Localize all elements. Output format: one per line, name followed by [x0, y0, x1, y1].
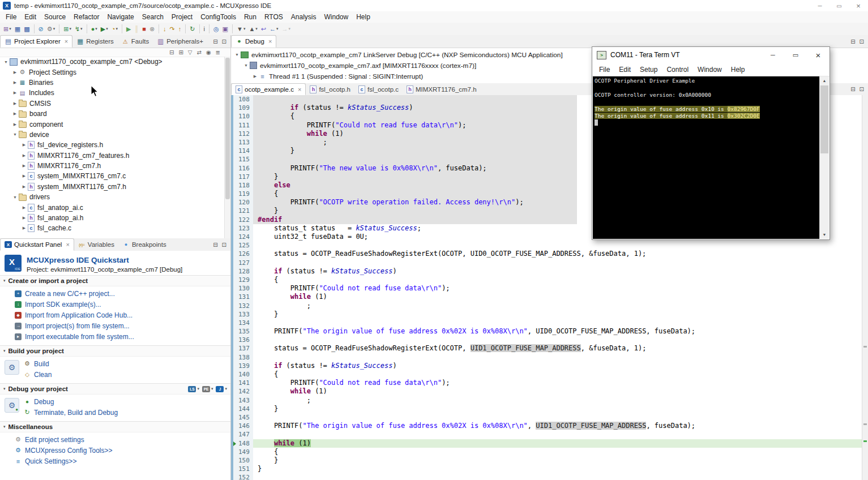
new-wizard-button[interactable]: ⊞▾	[2, 24, 12, 34]
pemicro-probe-selector[interactable]: PE▾	[202, 386, 213, 392]
next-annotation-button[interactable]: ▼▾	[236, 24, 246, 34]
code-line[interactable]: 137 status = OCOTP_ReadFuseShadowRegiste…	[231, 344, 862, 353]
explorer-tab-project-explorer[interactable]: Project Explorer×	[0, 35, 72, 48]
linkserver-probe-selector[interactable]: LS▾	[188, 386, 199, 392]
tree-chevron-expanded-icon[interactable]: ▼	[11, 132, 19, 136]
code-line[interactable]: 127	[231, 259, 862, 267]
tree-chevron-expanded-icon[interactable]: ▼	[242, 63, 250, 67]
minimize-view-icon[interactable]: ⊟	[213, 242, 217, 248]
tab-close-icon[interactable]: ×	[65, 38, 68, 45]
code-line[interactable]: 125	[231, 241, 862, 250]
maximize-view-icon[interactable]: ⊡	[860, 38, 864, 45]
project-tree-item[interactable]: ▶MIMXRT1176_cm7.h	[0, 161, 225, 171]
tree-chevron-expanded-icon[interactable]: ▼	[2, 60, 10, 64]
code-line[interactable]: 132 ;	[231, 302, 862, 310]
menu-refactor[interactable]: Refactor	[70, 12, 103, 22]
terminal-scrollbar-thumb[interactable]	[820, 85, 828, 153]
code-line[interactable]: 146 PRINTF("The origin value of fuse add…	[231, 422, 862, 430]
code-line[interactable]: 144 }	[231, 405, 862, 413]
filter-icon[interactable]: ▽	[188, 50, 193, 55]
terminal-screen[interactable]: OCOTP Peripheral Driver ExampleOCOTP con…	[593, 76, 829, 239]
debug-tab-debug[interactable]: Debug×	[231, 35, 276, 48]
focus-on-active-task-icon[interactable]: ◉	[206, 50, 211, 55]
project-tree-item[interactable]: ▶fsl_device_registers.h	[0, 140, 225, 150]
link-with-editor-icon[interactable]: ⇄	[196, 50, 201, 55]
explorer-tab-peripherals[interactable]: Peripherals+	[153, 35, 207, 48]
tree-chevron-collapsed-icon[interactable]: ▶	[20, 153, 28, 158]
menu-search[interactable]: Search	[138, 12, 168, 22]
link-import-from-application-code-hub[interactable]: Import from Application Code Hub...	[15, 310, 228, 320]
tree-chevron-collapsed-icon[interactable]: ▶	[20, 185, 28, 189]
tree-chevron-collapsed-icon[interactable]: ▶	[20, 226, 28, 230]
profile-button[interactable]: ◔▾	[110, 24, 119, 34]
step-return-button[interactable]: ↑	[177, 24, 183, 34]
quickstart-tab-breakpoints[interactable]: Breakpoints	[118, 238, 170, 251]
scrollbar-thumb[interactable]	[225, 58, 230, 199]
scroll-down-icon[interactable]: ▼	[820, 230, 829, 239]
build-all-button[interactable]: ⚙▾	[46, 24, 56, 34]
maximize-view-icon[interactable]: ⊡	[222, 38, 226, 45]
tree-chevron-collapsed-icon[interactable]: ▶	[11, 91, 19, 95]
tree-chevron-collapsed-icon[interactable]: ▶	[20, 164, 28, 168]
quickstart-tab-variables[interactable]: Variables	[74, 238, 118, 251]
code-line[interactable]: 134	[231, 319, 862, 327]
tree-chevron-expanded-icon[interactable]: ▼	[233, 53, 241, 57]
link-build[interactable]: Build	[24, 358, 228, 369]
code-line[interactable]: 135 PRINTF("The origin value of fuse add…	[231, 327, 862, 336]
back-button[interactable]: ←▾	[268, 24, 280, 34]
tree-chevron-collapsed-icon[interactable]: ▶	[20, 216, 28, 220]
editor-tab-mimxrt1176-cm7-h[interactable]: MIMXRT1176_cm7.h	[403, 83, 481, 95]
tt-menu-control[interactable]: Control	[662, 65, 693, 75]
project-tree-item[interactable]: ▶fsl_anatop_ai.c	[0, 202, 225, 212]
section-header-create-or-import-a-project[interactable]: ▾Create or import a project	[0, 275, 230, 286]
minimize-view-icon[interactable]: ⊟	[213, 38, 217, 45]
code-line[interactable]: 128 if (status != kStatus_Success)	[231, 267, 862, 276]
link-debug[interactable]: Debug	[24, 396, 228, 407]
section-header-build-your-project[interactable]: ▾Build your project	[0, 345, 230, 357]
menu-edit[interactable]: Edit	[20, 12, 40, 22]
teraterm-title-bar[interactable]: COM11 - Tera Term VT	[592, 47, 829, 63]
teraterm-close-icon[interactable]	[807, 47, 829, 63]
tt-menu-edit[interactable]: Edit	[614, 65, 635, 75]
project-tree-item[interactable]: ▶component	[0, 119, 225, 129]
restart-button[interactable]: ↻	[189, 24, 196, 34]
code-line[interactable]: 138	[231, 353, 862, 362]
tree-chevron-collapsed-icon[interactable]: ▶	[20, 205, 28, 210]
resume-button[interactable]: ▶	[125, 24, 132, 34]
code-line[interactable]: 142 while (1)	[231, 387, 862, 396]
quickstart-tab-quickstart-panel[interactable]: Quickstart Panel×	[0, 238, 74, 251]
project-tree-item[interactable]: ▶system_MIMXRT1176_cm7.c	[0, 171, 225, 181]
section-header-debug-your-project[interactable]: ▾Debug your projectLS▾PE▾J▾	[0, 383, 230, 395]
section-twisty-icon[interactable]: ▾	[3, 349, 6, 353]
minimize-view-icon[interactable]: ⊟	[850, 38, 855, 45]
tree-chevron-collapsed-icon[interactable]: ▶	[11, 112, 19, 116]
menu-help[interactable]: Help	[352, 12, 374, 22]
search-button[interactable]: ◎	[212, 24, 220, 34]
window-close-icon[interactable]	[849, 0, 868, 11]
new-project-button[interactable]: ⊞▾	[62, 24, 72, 34]
save-button[interactable]: ▦	[14, 24, 22, 34]
link-mcuxpresso-config-tools[interactable]: MCUXpresso Config Tools>>	[15, 445, 228, 456]
section-twisty-icon[interactable]: ▾	[3, 387, 6, 391]
project-tree-item[interactable]: ▼drivers	[0, 192, 225, 202]
tree-chevron-expanded-icon[interactable]: ▼	[11, 195, 19, 199]
tab-close-icon[interactable]: ×	[268, 38, 272, 45]
window-minimize-icon[interactable]	[810, 0, 829, 11]
step-over-button[interactable]: ↷	[169, 24, 176, 34]
open-element-button[interactable]: ▣	[221, 24, 229, 34]
code-line[interactable]: 141 PRINTF("Could not read fuse data\r\n…	[231, 379, 862, 387]
expand-all-icon[interactable]: ⊞	[178, 50, 183, 55]
link-import-sdk-example-s[interactable]: Import SDK example(s)...	[15, 299, 228, 310]
menu-analysis[interactable]: Analysis	[287, 12, 320, 22]
code-line[interactable]: 149 {	[231, 448, 862, 456]
project-tree-item[interactable]: ▶Binaries	[0, 78, 225, 88]
editor-tab-fsl-ocotp-c[interactable]: fsl_ocotp.c	[354, 83, 403, 95]
link-edit-project-settings[interactable]: Edit project settings	[15, 434, 228, 445]
section-twisty-icon[interactable]: ▾	[3, 425, 6, 429]
teraterm-maximize-icon[interactable]	[784, 47, 807, 63]
code-line[interactable]: 147	[231, 430, 862, 439]
maximize-view-icon[interactable]: ⊡	[222, 242, 226, 248]
debug-button[interactable]: ●▾	[90, 24, 99, 34]
step-into-button[interactable]: ↓	[162, 24, 168, 34]
editor-tab-fsl-ocotp-h[interactable]: fsl_ocotp.h	[306, 83, 354, 95]
